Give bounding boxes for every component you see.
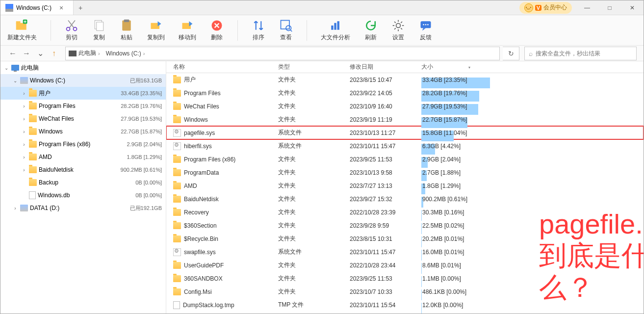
- folder-icon: [173, 288, 181, 295]
- tree-item[interactable]: ›AMD1.8GB [1.29%]: [0, 151, 166, 163]
- svg-rect-16: [337, 21, 339, 30]
- file-date: 2023/9/27 15:32: [350, 196, 421, 203]
- file-name: $Recycle.Bin: [184, 236, 218, 242]
- refresh-button[interactable]: 刷新: [364, 19, 378, 42]
- chevron-icon[interactable]: ›: [21, 167, 27, 173]
- chevron-icon[interactable]: ›: [21, 91, 27, 96]
- newfolder-button[interactable]: 新建文件夹: [7, 19, 37, 42]
- table-row[interactable]: $360Section文件夹2023/9/28 9:5922.5MB [0.02…: [166, 219, 644, 232]
- sidebar-tree[interactable]: ⌄此电脑⌄Windows (C:)已用163.1GB›用户33.4GB [23.…: [0, 61, 166, 314]
- table-row[interactable]: Program Files文件夹2023/9/22 14:0528.2GB [1…: [166, 86, 644, 100]
- tab-active[interactable]: Windows (C:) ×: [0, 0, 74, 15]
- table-row[interactable]: AMD文件夹2023/7/27 13:131.8GB [1.29%]: [166, 179, 644, 192]
- copyto-button[interactable]: 复制到: [147, 19, 165, 42]
- folder-icon: [173, 77, 181, 83]
- tree-item[interactable]: Backup0B [0.00%]: [0, 176, 166, 189]
- file-date: 2022/10/28 23:44: [350, 262, 421, 269]
- chevron-icon[interactable]: ›: [21, 155, 27, 160]
- table-row[interactable]: ProgramData文件夹2023/10/13 9:582.7GB [1.88…: [166, 166, 644, 179]
- settings-button[interactable]: 设置: [391, 19, 405, 42]
- table-row[interactable]: DumpStack.log.tmpTMP 文件2023/10/11 15:541…: [166, 298, 644, 312]
- sort-desc-icon: ▾: [468, 65, 470, 70]
- tree-size: 0B [0.00%]: [135, 180, 162, 185]
- maximize-button[interactable]: □: [598, 0, 621, 15]
- new-tab-button[interactable]: +: [74, 4, 87, 12]
- file-date: 2023/10/13 11:27: [350, 130, 421, 136]
- tree-size: 33.4GB [23.35%]: [121, 90, 162, 96]
- table-row[interactable]: 360SANDBOX文件夹2023/9/25 11:531.1MB [0.00%…: [166, 272, 644, 285]
- chevron-icon[interactable]: ›: [21, 142, 27, 147]
- file-type: 文件夹: [278, 115, 350, 124]
- chevron-icon[interactable]: ›: [21, 129, 27, 134]
- folder-icon: [173, 156, 181, 163]
- vip-center-button[interactable]: V 会员中心: [519, 2, 572, 14]
- chevron-icon[interactable]: ›: [21, 116, 27, 122]
- table-row[interactable]: Config.Msi文件夹2023/10/7 10:33486.1KB [0.0…: [166, 285, 644, 298]
- address-refresh-button[interactable]: ↻: [503, 47, 519, 60]
- delete-button[interactable]: 删除: [210, 19, 224, 42]
- table-row[interactable]: swapfile.sys系统文件2023/10/11 15:4716.0MB […: [166, 245, 644, 259]
- col-type[interactable]: 类型: [278, 63, 350, 71]
- chevron-icon[interactable]: ›: [21, 104, 27, 109]
- close-icon[interactable]: ×: [54, 4, 68, 12]
- table-row[interactable]: Program Files (x86)文件夹2023/9/25 11:532.9…: [166, 153, 644, 166]
- table-row[interactable]: WeChat Files文件夹2023/10/9 16:4027.9GB [19…: [166, 100, 644, 113]
- col-size[interactable]: 大小▾: [421, 63, 495, 71]
- tree-item[interactable]: ›DATA1 (D:)已用192.1GB: [0, 202, 166, 214]
- forward-button[interactable]: →: [21, 48, 32, 59]
- tree-item[interactable]: ›Program Files28.2GB [19.76%]: [0, 100, 166, 112]
- label: 排序: [253, 33, 264, 42]
- table-row[interactable]: $Recycle.Bin文件夹2023/8/15 10:3120.2MB [0.…: [166, 232, 644, 245]
- chevron-icon[interactable]: ›: [12, 206, 18, 211]
- table-row[interactable]: 用户文件夹2023/8/15 10:4733.4GB [23.35%]: [166, 73, 644, 86]
- tree-item[interactable]: Windows.db0B [0.00%]: [0, 189, 166, 202]
- view-button[interactable]: 查看: [279, 19, 293, 42]
- tree-item[interactable]: ⌄此电脑: [0, 61, 166, 74]
- copy-button[interactable]: 复制: [92, 19, 106, 42]
- back-button[interactable]: ←: [7, 48, 18, 59]
- tree-size: 已用163.1GB: [130, 77, 162, 84]
- file-date: 2023/9/28 9:59: [350, 222, 421, 229]
- folder-icon: [173, 236, 181, 242]
- bigfile-button[interactable]: 大文件分析: [321, 19, 350, 42]
- column-headers[interactable]: 名称 类型 修改日期 大小▾: [166, 61, 644, 73]
- file-size: 30.3MB [0.16%]: [421, 209, 491, 216]
- file-size: 33.4GB [23.35%]: [421, 77, 491, 83]
- chevron-icon[interactable]: ⌄: [3, 65, 9, 71]
- tree-item[interactable]: ›BaiduNetdisk900.2MB [0.61%]: [0, 163, 166, 176]
- folder-icon: [173, 103, 181, 110]
- tree-size: 已用192.1GB: [130, 205, 162, 212]
- tree-item[interactable]: ›用户33.4GB [23.35%]: [0, 87, 166, 100]
- table-row[interactable]: UserGuidePDF文件夹2022/10/28 23:448.6MB [0.…: [166, 259, 644, 272]
- table-row[interactable]: pagefile.sys系统文件2023/10/13 11:2715.8GB […: [166, 126, 644, 139]
- history-dropdown[interactable]: ⌄: [35, 48, 46, 59]
- tree-item[interactable]: ⌄Windows (C:)已用163.1GB: [0, 74, 166, 87]
- tree-item[interactable]: ›WeChat Files27.9GB [19.53%]: [0, 112, 166, 125]
- up-button[interactable]: ↑: [49, 48, 59, 59]
- col-date[interactable]: 修改日期: [350, 63, 421, 71]
- sort-button[interactable]: 排序: [252, 19, 265, 42]
- col-name[interactable]: 名称: [173, 63, 278, 71]
- svg-point-3: [67, 27, 70, 31]
- close-button[interactable]: ✕: [621, 0, 644, 15]
- table-row[interactable]: Recovery文件夹2022/10/28 23:3930.3MB [0.16%…: [166, 206, 644, 219]
- moveto-button[interactable]: 移动到: [179, 19, 196, 42]
- chevron-icon[interactable]: ⌄: [12, 78, 18, 83]
- tree-item[interactable]: ›Program Files (x86)2.9GB [2.04%]: [0, 138, 166, 151]
- tree-item[interactable]: ›Windows22.7GB [15.87%]: [0, 125, 166, 138]
- table-row[interactable]: BaiduNetdisk文件夹2023/9/27 15:32900.2MB [0…: [166, 192, 644, 206]
- paste-button[interactable]: 粘贴: [120, 19, 133, 42]
- breadcrumb[interactable]: 此电脑› Windows (C:)›: [65, 47, 500, 60]
- table-row[interactable]: hiberfil.sys系统文件2023/10/11 15:476.3GB [4…: [166, 139, 644, 153]
- feedback-button[interactable]: 反馈: [419, 19, 433, 42]
- drive-icon: [20, 205, 28, 211]
- folder-icon: [173, 90, 181, 97]
- cut-button[interactable]: 剪切: [65, 19, 78, 42]
- file-size: 486.1KB [0.00%]: [421, 288, 491, 295]
- search-input[interactable]: [536, 50, 632, 57]
- minimize-button[interactable]: —: [576, 0, 598, 15]
- search-box[interactable]: ⌕: [524, 47, 637, 60]
- content: ⌄此电脑⌄Windows (C:)已用163.1GB›用户33.4GB [23.…: [0, 61, 644, 314]
- svg-point-20: [425, 24, 427, 26]
- table-row[interactable]: Windows文件夹2023/9/19 11:1922.7GB [15.87%]: [166, 113, 644, 126]
